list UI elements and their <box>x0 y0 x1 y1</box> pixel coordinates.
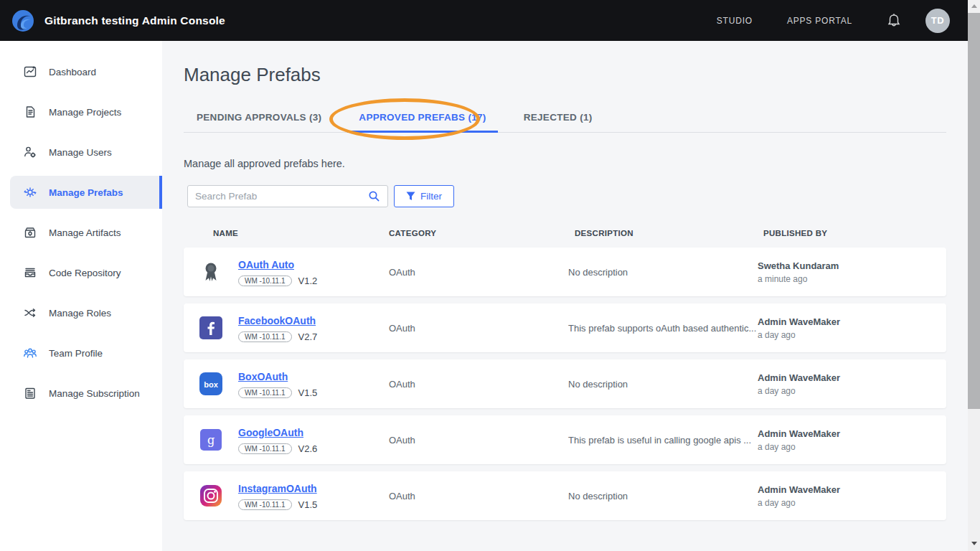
name-meta: WM -10.11.1 V1.5 <box>238 387 389 398</box>
tab-pending-approvals[interactable]: PENDING APPROVALS (3) <box>195 105 323 132</box>
facebook-icon <box>184 316 238 339</box>
sidebar-item-team-profile[interactable]: Team Profile <box>10 336 162 369</box>
sidebar-item-manage-subscription[interactable]: Manage Subscription <box>10 377 162 410</box>
platform-badge: WM -10.11.1 <box>238 387 292 398</box>
version-label: V2.6 <box>298 443 318 454</box>
sidebar-item-label: Manage Projects <box>49 107 121 118</box>
published-by-cell: Admin WaveMaker a day ago <box>758 316 946 340</box>
sidebar-item-dashboard[interactable]: Dashboard <box>10 55 162 88</box>
category-cell: OAuth <box>389 491 568 501</box>
filter-button[interactable]: Filter <box>394 185 454 207</box>
notifications-bell-icon[interactable] <box>887 13 901 29</box>
top-bar-right: STUDIO APPS PORTAL TD <box>717 9 950 33</box>
published-by-cell: Admin WaveMaker a day ago <box>758 484 946 508</box>
brand: Gitbranch testing Admin Console <box>10 8 225 34</box>
prefab-name-link[interactable]: GoogleOAuth <box>238 427 303 438</box>
toolbar: Filter <box>184 185 946 207</box>
table-row: OAuth Auto WM -10.11.1 V1.2 OAuth No des… <box>184 248 946 296</box>
scrollbar-up-arrow-icon[interactable] <box>968 0 980 12</box>
dashboard-icon <box>23 65 37 79</box>
column-header-description: DESCRIPTION <box>568 229 760 237</box>
studio-link[interactable]: STUDIO <box>717 16 753 26</box>
sidebar-item-label: Code Repository <box>49 268 121 278</box>
instagram-icon <box>184 484 238 507</box>
prefab-name-link[interactable]: OAuth Auto <box>238 259 294 270</box>
platform-badge: WM -10.11.1 <box>238 331 292 342</box>
artifacts-icon <box>23 225 37 240</box>
search-box <box>187 185 388 207</box>
description-cell: This prefab is useful in calling google … <box>568 435 758 446</box>
prefab-name-link[interactable]: InstagramOAuth <box>238 483 317 494</box>
column-header-category: CATEGORY <box>389 229 568 237</box>
category-cell: OAuth <box>389 267 568 278</box>
sidebar-item-label: Team Profile <box>49 348 103 359</box>
sidebar-item-code-repository[interactable]: Code Repository <box>10 256 162 289</box>
name-cell: InstagramOAuth WM -10.11.1 V1.5 <box>238 482 389 510</box>
publisher-name: Admin WaveMaker <box>758 428 946 439</box>
google-icon: g <box>184 429 238 451</box>
main-content: Manage Prefabs PENDING APPROVALS (3) APP… <box>162 41 968 551</box>
description-cell: This prefab supports oAuth based authent… <box>568 323 758 334</box>
page-title: Manage Prefabs <box>184 64 946 86</box>
category-cell: OAuth <box>389 379 568 390</box>
sidebar: Dashboard Manage Projects <box>0 41 162 551</box>
category-cell: OAuth <box>389 323 568 334</box>
sidebar-item-manage-roles[interactable]: Manage Roles <box>10 296 162 329</box>
tab-rejected[interactable]: REJECTED (1) <box>522 105 594 132</box>
scrollbar-thumb[interactable] <box>968 13 980 409</box>
sidebar-item-label: Manage Users <box>49 147 112 158</box>
name-meta: WM -10.11.1 V2.6 <box>238 443 389 454</box>
published-time: a day ago <box>758 498 946 508</box>
sidebar-item-label: Dashboard <box>49 67 96 77</box>
sidebar-item-manage-prefabs[interactable]: Manage Prefabs <box>10 176 162 209</box>
admin-console-app: Gitbranch testing Admin Console STUDIO A… <box>0 0 980 551</box>
roles-icon <box>23 306 37 320</box>
sidebar-item-label: Manage Artifacts <box>49 227 121 238</box>
publisher-name: Swetha Kundaram <box>758 260 946 271</box>
published-time: a day ago <box>758 330 946 340</box>
sidebar-item-label: Manage Subscription <box>49 388 140 399</box>
svg-text:box: box <box>204 380 218 389</box>
filter-funnel-icon <box>406 192 415 201</box>
apps-portal-link[interactable]: APPS PORTAL <box>787 16 852 26</box>
description-cell: No description <box>568 379 758 390</box>
table-row: InstagramOAuth WM -10.11.1 V1.5 OAuth No… <box>184 471 946 520</box>
name-cell: OAuth Auto WM -10.11.1 V1.2 <box>238 258 389 286</box>
published-by-cell: Swetha Kundaram a minute ago <box>758 260 946 284</box>
name-meta: WM -10.11.1 V1.2 <box>238 276 389 286</box>
version-label: V2.7 <box>298 331 318 342</box>
publisher-name: Admin WaveMaker <box>758 316 946 327</box>
sidebar-item-manage-users[interactable]: Manage Users <box>10 136 162 169</box>
category-cell: OAuth <box>389 435 568 446</box>
user-avatar[interactable]: TD <box>925 9 950 33</box>
description-cell: No description <box>568 491 758 501</box>
sidebar-item-manage-projects[interactable]: Manage Projects <box>10 95 162 128</box>
name-meta: WM -10.11.1 V2.7 <box>238 331 389 342</box>
box-icon: box <box>184 372 238 395</box>
body: Dashboard Manage Projects <box>0 41 968 551</box>
search-input[interactable] <box>195 191 368 202</box>
vertical-scrollbar[interactable] <box>968 0 980 551</box>
team-profile-icon <box>23 346 37 360</box>
prefab-name-link[interactable]: FacebookOAuth <box>238 315 316 326</box>
top-bar: Gitbranch testing Admin Console STUDIO A… <box>0 0 968 41</box>
platform-badge: WM -10.11.1 <box>238 276 292 286</box>
medal-icon <box>184 260 238 283</box>
tab-bar: PENDING APPROVALS (3) APPROVED PREFABS (… <box>184 105 946 133</box>
sidebar-item-manage-artifacts[interactable]: Manage Artifacts <box>10 216 162 249</box>
app-title: Gitbranch testing Admin Console <box>44 14 225 27</box>
published-by-cell: Admin WaveMaker a day ago <box>758 428 946 452</box>
tab-approved-prefabs[interactable]: APPROVED PREFABS (17) <box>357 105 487 132</box>
search-icon[interactable] <box>368 190 380 202</box>
platform-badge: WM -10.11.1 <box>238 443 292 454</box>
column-header-name: NAME <box>184 229 389 237</box>
publisher-name: Admin WaveMaker <box>758 484 946 495</box>
table-row: FacebookOAuth WM -10.11.1 V2.7 OAuth Thi… <box>184 303 946 352</box>
scrollbar-down-arrow-icon[interactable] <box>968 537 980 550</box>
published-time: a minute ago <box>758 274 946 284</box>
platform-badge: WM -10.11.1 <box>238 499 292 510</box>
prefabs-icon <box>23 185 37 199</box>
name-cell: FacebookOAuth WM -10.11.1 V2.7 <box>238 314 389 342</box>
published-time: a day ago <box>758 442 946 452</box>
prefab-name-link[interactable]: BoxOAuth <box>238 371 288 382</box>
